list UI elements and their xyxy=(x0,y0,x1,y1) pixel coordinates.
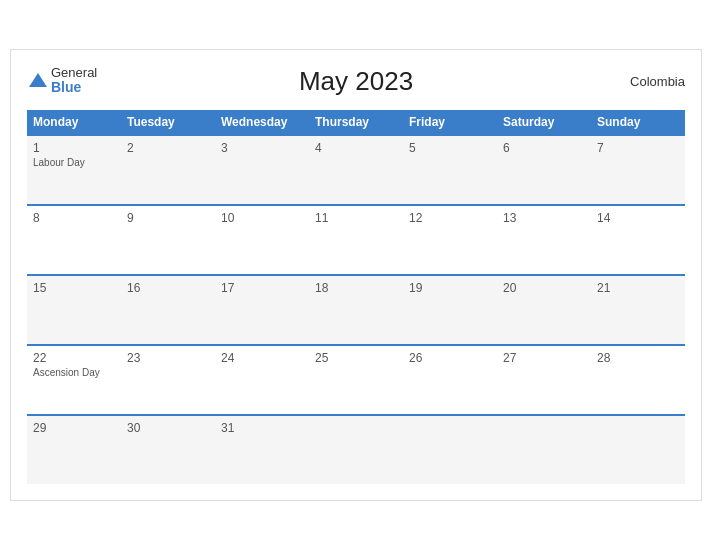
day-cell: 10 xyxy=(215,206,309,274)
day-number: 8 xyxy=(33,211,115,225)
week-row-5: 293031 xyxy=(27,414,685,484)
day-number: 3 xyxy=(221,141,303,155)
day-number: 5 xyxy=(409,141,491,155)
day-number: 24 xyxy=(221,351,303,365)
day-cell: 19 xyxy=(403,276,497,344)
day-cell xyxy=(497,416,591,484)
day-cell: 29 xyxy=(27,416,121,484)
day-number: 9 xyxy=(127,211,209,225)
day-cell: 7 xyxy=(591,136,685,204)
day-number: 2 xyxy=(127,141,209,155)
day-cell: 12 xyxy=(403,206,497,274)
day-number: 17 xyxy=(221,281,303,295)
week-row-4: 22Ascension Day232425262728 xyxy=(27,344,685,414)
day-cell: 26 xyxy=(403,346,497,414)
day-number: 14 xyxy=(597,211,679,225)
day-number: 29 xyxy=(33,421,115,435)
weekday-tuesday: Tuesday xyxy=(121,110,215,134)
weekday-wednesday: Wednesday xyxy=(215,110,309,134)
day-event: Ascension Day xyxy=(33,367,115,378)
day-number: 15 xyxy=(33,281,115,295)
day-cell: 22Ascension Day xyxy=(27,346,121,414)
day-cell: 8 xyxy=(27,206,121,274)
day-cell: 24 xyxy=(215,346,309,414)
day-number: 12 xyxy=(409,211,491,225)
day-cell: 4 xyxy=(309,136,403,204)
day-cell: 2 xyxy=(121,136,215,204)
day-number: 30 xyxy=(127,421,209,435)
day-number: 7 xyxy=(597,141,679,155)
day-number: 13 xyxy=(503,211,585,225)
day-cell: 14 xyxy=(591,206,685,274)
logo-general-text: General xyxy=(51,66,97,80)
weekday-header: Monday Tuesday Wednesday Thursday Friday… xyxy=(27,110,685,134)
logo: General Blue xyxy=(27,66,97,96)
day-cell: 15 xyxy=(27,276,121,344)
day-number: 23 xyxy=(127,351,209,365)
day-cell: 25 xyxy=(309,346,403,414)
day-cell: 18 xyxy=(309,276,403,344)
day-number: 4 xyxy=(315,141,397,155)
day-number: 20 xyxy=(503,281,585,295)
day-number: 6 xyxy=(503,141,585,155)
day-cell: 23 xyxy=(121,346,215,414)
day-cell: 28 xyxy=(591,346,685,414)
day-number: 27 xyxy=(503,351,585,365)
calendar-grid: 1Labour Day23456789101112131415161718192… xyxy=(27,134,685,484)
day-number: 11 xyxy=(315,211,397,225)
day-cell: 30 xyxy=(121,416,215,484)
day-number: 19 xyxy=(409,281,491,295)
day-cell: 1Labour Day xyxy=(27,136,121,204)
day-number: 22 xyxy=(33,351,115,365)
day-number: 18 xyxy=(315,281,397,295)
weekday-saturday: Saturday xyxy=(497,110,591,134)
weekday-monday: Monday xyxy=(27,110,121,134)
day-cell xyxy=(591,416,685,484)
day-number: 25 xyxy=(315,351,397,365)
week-row-2: 891011121314 xyxy=(27,204,685,274)
day-number: 10 xyxy=(221,211,303,225)
weekday-sunday: Sunday xyxy=(591,110,685,134)
day-cell: 20 xyxy=(497,276,591,344)
day-cell: 21 xyxy=(591,276,685,344)
day-cell: 6 xyxy=(497,136,591,204)
week-row-3: 15161718192021 xyxy=(27,274,685,344)
calendar-title: May 2023 xyxy=(299,66,413,97)
day-cell: 27 xyxy=(497,346,591,414)
calendar-container: General Blue May 2023 Colombia Monday Tu… xyxy=(10,49,702,501)
day-number: 26 xyxy=(409,351,491,365)
day-cell: 11 xyxy=(309,206,403,274)
day-cell: 16 xyxy=(121,276,215,344)
weekday-thursday: Thursday xyxy=(309,110,403,134)
day-cell xyxy=(309,416,403,484)
day-cell: 31 xyxy=(215,416,309,484)
logo-triangle-icon xyxy=(29,73,47,87)
day-cell: 13 xyxy=(497,206,591,274)
day-cell: 3 xyxy=(215,136,309,204)
calendar-header: General Blue May 2023 Colombia xyxy=(27,66,685,96)
day-number: 16 xyxy=(127,281,209,295)
day-number: 1 xyxy=(33,141,115,155)
day-event: Labour Day xyxy=(33,157,115,168)
logo-blue-text: Blue xyxy=(51,80,97,95)
day-cell: 5 xyxy=(403,136,497,204)
country-label: Colombia xyxy=(630,74,685,89)
week-row-1: 1Labour Day234567 xyxy=(27,134,685,204)
day-cell xyxy=(403,416,497,484)
weekday-friday: Friday xyxy=(403,110,497,134)
day-number: 21 xyxy=(597,281,679,295)
day-cell: 17 xyxy=(215,276,309,344)
day-cell: 9 xyxy=(121,206,215,274)
day-number: 28 xyxy=(597,351,679,365)
day-number: 31 xyxy=(221,421,303,435)
